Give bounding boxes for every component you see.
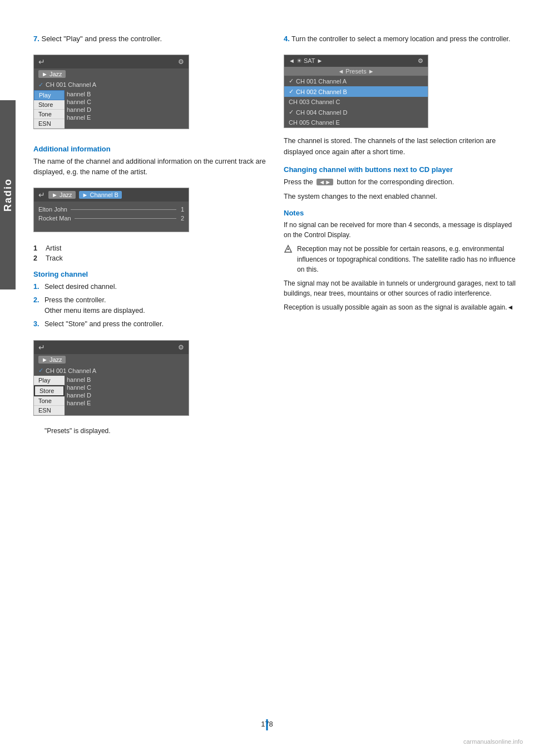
screen-1-header: ↵ ⚙ <box>34 55 189 68</box>
track-row: Rocket Man 2 <box>38 214 184 223</box>
screen3-ch001-label: CH 001 Channel A <box>46 367 96 374</box>
triangle-note-text: Reception may not be possible for certai… <box>297 244 517 275</box>
notes-body-3: Reception is usually possible again as s… <box>284 302 517 313</box>
step-4-number: 4. <box>284 35 290 43</box>
channel-b-label: ► Channel B <box>79 191 122 199</box>
sat-ch003-text: CH 003 Channel C <box>289 99 340 105</box>
storing-steps: 1. Select desired channel. 2. Press the … <box>33 282 267 329</box>
sat-screen: ◄ ☀ SAT ► ⚙ ◄ Presets ► ✓ CH 001 Channel… <box>284 55 428 128</box>
sat-ch003-row: CH 003 Channel C <box>284 97 428 107</box>
changing-body-3: The system changes to the next enabled c… <box>284 192 517 202</box>
screen-2-container: ↵ ► Jazz ► Channel B Elton John 1 Rocket… <box>33 182 189 240</box>
menu3-store: Store <box>34 385 65 396</box>
sat-screen-container: ◄ ☀ SAT ► ⚙ ◄ Presets ► ✓ CH 001 Channel… <box>284 49 428 136</box>
legend-1: 1 Artist <box>33 244 267 252</box>
sat-ch002-row: ✓ CH 002 Channel B <box>284 86 428 97</box>
right-column: 4. Turn the controller to select a memor… <box>284 33 517 435</box>
notes-body-1: If no signal can be received for more th… <box>284 220 517 240</box>
triangle-icon <box>284 244 293 253</box>
screen-3-header-left: ↵ <box>38 343 45 352</box>
sat-ch004-check: ✓ <box>289 109 294 116</box>
screen-3-jazz-row: ► Jazz <box>34 354 189 365</box>
ch3-hannel-d: hannel D <box>67 391 189 399</box>
ch-hannel-c: hannel C <box>67 98 189 106</box>
storing-step-3-num: 3. <box>33 319 41 330</box>
ch-hannel-e: hannel E <box>67 114 189 121</box>
storing-step-3-text: Select "Store" and press the controller. <box>44 319 164 330</box>
sat-header-text: ◄ ☀ SAT ► <box>289 57 323 65</box>
legend-2: 2 Track <box>33 254 267 262</box>
presets-displayed-text: "Presets" is displayed. <box>33 427 267 435</box>
legend-label-2: Track <box>46 254 63 262</box>
track-name: Rocket Man <box>38 215 71 222</box>
ch-hannel-d: hannel D <box>67 106 189 114</box>
screen-1-body: ► Jazz ✓ CH 001 Channel A Play Store Ton… <box>34 68 189 129</box>
screen-3-gear-icon: ⚙ <box>178 343 184 351</box>
left-column: 7. Select "Play" and press the controlle… <box>33 33 267 435</box>
sat-ch004-text: CH 004 Channel D <box>296 109 347 116</box>
step-4: 4. Turn the controller to select a memor… <box>284 33 517 45</box>
screen-1-ch001-row: ✓ CH 001 Channel A <box>34 80 189 90</box>
menu3-tone: Tone <box>34 396 65 406</box>
ch001-label: CH 001 Channel A <box>46 81 96 88</box>
screen-3-header: ↵ ⚙ <box>34 341 189 354</box>
svg-marker-1 <box>287 248 289 250</box>
ch3-hannel-e: hannel E <box>67 399 189 407</box>
screen-2-header: ↵ ► Jazz ► Channel B <box>34 188 189 202</box>
artist-name: Elton John <box>38 206 67 213</box>
sat-ch002-text: CH 002 Channel B <box>296 89 347 95</box>
channels-right-1: hannel B hannel C hannel D hannel E <box>65 90 189 129</box>
storing-step-1-num: 1. <box>33 282 41 292</box>
storing-step-2-text: Press the controller.Other menu items ar… <box>44 295 145 316</box>
storing-channel-heading: Storing channel <box>33 270 267 278</box>
sat-ch001-check: ✓ <box>289 77 294 85</box>
changing-body-1: Press the <box>284 178 313 186</box>
changing-body-2: button for the corresponding direction. <box>337 178 454 186</box>
side-tab: Radio <box>0 100 16 289</box>
sat-body: ✓ CH 001 Channel A ✓ CH 002 Channel B CH… <box>284 76 428 127</box>
jazz-label-3: ► Jazz <box>38 356 66 364</box>
screen-1-container: ↵ ⚙ ► Jazz ✓ CH 001 Channel A Pl <box>33 49 189 137</box>
sat-ch005-row: CH 005 Channel E <box>284 117 428 127</box>
menu-tone: Tone <box>34 110 65 119</box>
side-tab-label: Radio <box>2 178 14 212</box>
jazz-label: ► Jazz <box>38 70 66 78</box>
sat-ch002-check: ✓ <box>289 88 294 95</box>
menu-items-3: Play Store Tone ESN <box>34 376 65 415</box>
legend-label-1: Artist <box>46 244 61 252</box>
storing-step-2-num: 2. <box>33 295 41 316</box>
page-bar <box>266 719 268 730</box>
track-line <box>75 218 176 219</box>
sat-gear-icon: ⚙ <box>418 57 423 65</box>
artist-row: Elton John 1 <box>38 205 184 214</box>
changing-body: Press the ◄► button for the correspondin… <box>284 177 517 188</box>
screen-3: ↵ ⚙ ► Jazz ✓ CH 001 Channel A Pl <box>33 340 189 416</box>
artist-number: 1 <box>181 206 184 213</box>
menu3-play: Play <box>34 376 65 385</box>
jazz-label-2: ► Jazz <box>48 191 76 199</box>
sat-presets-row: ◄ Presets ► <box>284 67 428 76</box>
screen-2: ↵ ► Jazz ► Channel B Elton John 1 Rocket… <box>33 188 189 232</box>
ch3-hannel-b: hannel B <box>67 376 189 384</box>
sat-presets-text: ◄ Presets ► <box>338 68 374 75</box>
menu-store: Store <box>34 100 65 110</box>
legend-num-2: 2 <box>33 254 42 262</box>
storing-step-1-text: Select desired channel. <box>44 282 117 292</box>
step-7-number: 7. <box>33 35 39 43</box>
ch-hannel-b: hannel B <box>67 90 189 98</box>
sat-ch001-text: CH 001 Channel A <box>296 78 347 85</box>
ch3-hannel-c: hannel C <box>67 384 189 391</box>
sat-ch004-row: ✓ CH 004 Channel D <box>284 107 428 117</box>
checkmark-icon-1: ✓ <box>38 81 43 89</box>
changing-channel-heading: Changing channel with buttons next to CD… <box>284 165 517 174</box>
step-7: 7. Select "Play" and press the controlle… <box>33 33 267 45</box>
menu-items-1: Play Store Tone ESN <box>34 90 65 129</box>
screen-3-ch001-row: ✓ CH 001 Channel A <box>34 365 189 376</box>
back-arrow-icon-3: ↵ <box>38 343 45 352</box>
additional-info-body: The name of the channel and additional i… <box>33 156 267 178</box>
watermark: carmanualsonline.info <box>463 738 523 745</box>
legend: 1 Artist 2 Track <box>33 244 267 262</box>
screen-3-body: ► Jazz ✓ CH 001 Channel A Play Store Ton… <box>34 354 189 415</box>
legend-num-1: 1 <box>33 244 42 252</box>
screen-1-header-left: ↵ <box>38 57 45 66</box>
